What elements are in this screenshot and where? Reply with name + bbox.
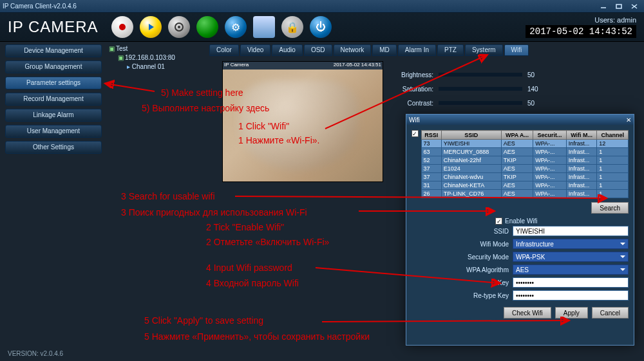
lock-icon[interactable]: 🔒 — [281, 16, 303, 38]
sidebar-item-record-management[interactable]: Record Management — [5, 93, 102, 106]
settings-icon[interactable]: ⚙ — [225, 16, 247, 38]
sidebar-item-device-management[interactable]: Device Management — [5, 44, 102, 57]
wifi-dialog: Wifi ✕ ✓ RSSISSIDWPA A...Securit...Wifi … — [406, 114, 634, 346]
wifi-network-row[interactable]: 26TP-LINK_CD76AESWPA-...Infrast...1 — [421, 190, 628, 198]
wifi-col-header[interactable]: WPA A... — [501, 131, 533, 140]
svg-rect-1 — [616, 5, 621, 8]
param-tabs: ColorVideoAudioOSDNetworkMDAlarm InPTZSy… — [209, 44, 639, 56]
retype-key-input[interactable]: •••••••• — [513, 290, 629, 301]
wifi-network-row[interactable]: 37ChinaNet-wdvuTKIPWPA-...Infrast...1 — [421, 173, 628, 181]
title-bar: IP Camera Client-v2.0.4.6 — [0, 0, 644, 13]
sidebar-item-other-settings[interactable]: Other Settings — [5, 141, 102, 154]
wifi-network-row[interactable]: 73YIWEISHIAESWPA-...Infrast...12 — [421, 140, 628, 148]
wifi-col-header[interactable]: Wifi M... — [566, 131, 596, 140]
tab-ptz[interactable]: PTZ — [437, 44, 464, 56]
cancel-button[interactable]: Cancel — [592, 307, 629, 319]
wifi-list-checkbox[interactable]: ✓ — [412, 130, 419, 137]
webcam-icon[interactable] — [111, 16, 133, 38]
user-label: Users: admin — [526, 16, 636, 24]
svg-point-5 — [178, 26, 180, 28]
tree-channel[interactable]: ▸ Channel 01 — [106, 62, 203, 71]
sidebar: Device ManagementGroup ManagementParamet… — [5, 44, 102, 157]
wifi-col-header[interactable]: RSSI — [421, 131, 441, 140]
enable-wifi-label: Enable Wifi — [505, 218, 538, 225]
slider-brightness[interactable]: Brightness:50 — [396, 68, 543, 82]
preview-timestamp: 2017-05-02 14:43:51 — [334, 62, 381, 69]
sidebar-item-linkage-alarm[interactable]: Linkage Alarm — [5, 109, 102, 122]
slider-contrast[interactable]: Contrast:50 — [396, 96, 543, 110]
device-tree: ▣Test ▣192.168.0.103:80 ▸ Channel 01 — [106, 44, 203, 71]
monitor-icon[interactable] — [253, 16, 275, 38]
tab-wifi[interactable]: Wifi — [504, 44, 529, 56]
wifi-col-header[interactable]: Channel — [597, 131, 629, 140]
tab-md[interactable]: MD — [372, 44, 397, 56]
playback-icon[interactable] — [168, 16, 190, 38]
tab-systerm[interactable]: Systerm — [465, 44, 503, 56]
top-toolbar: IP CAMERA ⚙ 🔒 ⏻ Users: admin 2017-05-02 … — [0, 13, 644, 42]
app-logo: IP CAMERA — [8, 18, 99, 36]
sidebar-item-user-management[interactable]: User Management — [5, 125, 102, 138]
enable-wifi-checkbox[interactable]: ✓ — [495, 218, 502, 225]
security-mode-select[interactable]: WPA-PSK — [513, 252, 629, 262]
wifi-dialog-title: Wifi — [409, 116, 420, 124]
close-button[interactable] — [627, 2, 641, 11]
sidebar-item-group-management[interactable]: Group Management — [5, 60, 102, 73]
tab-network[interactable]: Network — [334, 44, 372, 56]
wifi-col-header[interactable]: SSID — [441, 131, 501, 140]
wifi-mode-select[interactable]: Infrastructure — [513, 239, 629, 249]
window-title: IP Camera Client-v2.0.4.6 — [3, 3, 77, 10]
wifi-col-header[interactable]: Securit... — [533, 131, 567, 140]
tree-root[interactable]: ▣Test — [106, 44, 203, 53]
slider-saturation[interactable]: Saturation:140 — [396, 82, 543, 96]
wifi-networks-table: RSSISSIDWPA A...Securit...Wifi M...Chann… — [421, 130, 629, 198]
globe-icon[interactable] — [196, 16, 218, 38]
minimize-button[interactable] — [596, 2, 611, 11]
wifi-network-row[interactable]: 37E1024AESWPA-...Infrast...1 — [421, 165, 628, 173]
wifi-close-icon[interactable]: ✕ — [626, 116, 631, 124]
tree-device[interactable]: ▣192.168.0.103:80 — [106, 53, 203, 62]
video-preview: IP Camera2017-05-02 14:43:51 — [222, 61, 383, 182]
tab-alarm in[interactable]: Alarm In — [398, 44, 436, 56]
tab-osd[interactable]: OSD — [304, 44, 332, 56]
ssid-input[interactable]: YIWEISHI — [513, 226, 629, 236]
play-icon[interactable] — [140, 16, 162, 38]
check-wifi-button[interactable]: Check Wifi — [504, 307, 551, 319]
apply-button[interactable]: Apply — [555, 307, 588, 319]
wifi-network-row[interactable]: 31ChinaNet-KETAAESWPA-...Infrast...1 — [421, 181, 628, 190]
tab-audio[interactable]: Audio — [272, 44, 303, 56]
sidebar-item-parameter-settings[interactable]: Parameter settings — [5, 77, 102, 89]
wifi-network-row[interactable]: 52ChinaNet-22hfTKIPWPA-...Infrast...1 — [421, 156, 628, 165]
wpa-algorithm-select[interactable]: AES — [513, 264, 629, 275]
version-label: VERSION: v2.0.4.6 — [8, 350, 63, 357]
maximize-button[interactable] — [612, 2, 626, 11]
tab-color[interactable]: Color — [209, 44, 239, 56]
wifi-network-row[interactable]: 63MERCURY_0888AESWPA-...Infrast...1 — [421, 148, 628, 156]
tab-video[interactable]: Video — [240, 44, 270, 56]
power-icon[interactable]: ⏻ — [310, 16, 332, 38]
key-input[interactable]: •••••••• — [513, 277, 629, 288]
search-wifi-button[interactable]: Search — [591, 202, 629, 214]
preview-label: IP Camera — [224, 62, 249, 69]
datetime-display: 2017-05-02 14:43:52 — [526, 25, 636, 38]
